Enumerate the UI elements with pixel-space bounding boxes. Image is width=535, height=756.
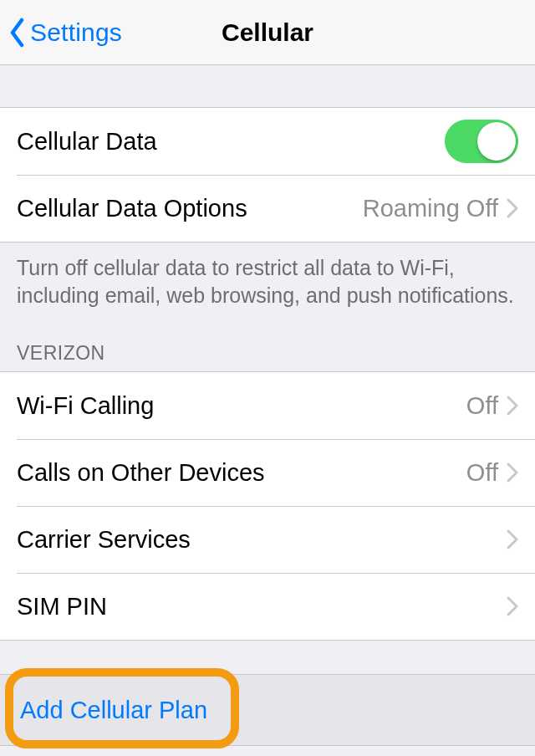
- row-wifi-calling[interactable]: Wi-Fi Calling Off: [0, 372, 535, 439]
- cellular-data-label: Cellular Data: [17, 128, 157, 156]
- chevron-right-icon: [507, 396, 518, 416]
- add-cellular-plan-label: Add Cellular Plan: [0, 697, 227, 724]
- row-cellular-data-options[interactable]: Cellular Data Options Roaming Off: [0, 175, 535, 242]
- spacer: [0, 65, 535, 107]
- toggle-knob: [477, 122, 516, 161]
- section-header-verizon: VERIZON: [0, 317, 535, 371]
- group-verizon: Wi-Fi Calling Off Calls on Other Devices…: [0, 371, 535, 641]
- chevron-right-icon: [507, 596, 518, 616]
- carrier-services-label: Carrier Services: [17, 526, 191, 554]
- chevron-right-icon: [507, 198, 518, 218]
- wifi-calling-value: Off: [466, 392, 498, 420]
- row-add-cellular-plan[interactable]: Add Cellular Plan: [0, 674, 535, 746]
- row-cellular-data[interactable]: Cellular Data: [0, 108, 535, 175]
- group-cellular: Cellular Data Cellular Data Options Roam…: [0, 107, 535, 243]
- chevron-right-icon: [507, 529, 518, 549]
- back-label: Settings: [30, 18, 122, 47]
- cellular-data-toggle[interactable]: [445, 120, 518, 163]
- chevron-right-icon: [507, 462, 518, 483]
- wifi-calling-label: Wi-Fi Calling: [17, 392, 154, 420]
- calls-other-devices-label: Calls on Other Devices: [17, 459, 265, 487]
- spacer: [0, 641, 535, 674]
- calls-other-devices-value: Off: [466, 459, 498, 487]
- sim-pin-label: SIM PIN: [17, 593, 107, 621]
- back-button[interactable]: Settings: [0, 18, 122, 48]
- row-carrier-services[interactable]: Carrier Services: [0, 506, 535, 573]
- chevron-left-icon: [8, 18, 27, 48]
- row-sim-pin[interactable]: SIM PIN: [0, 573, 535, 640]
- cellular-data-options-value: Roaming Off: [363, 195, 498, 222]
- nav-bar: Settings Cellular: [0, 0, 535, 65]
- row-calls-other-devices[interactable]: Calls on Other Devices Off: [0, 439, 535, 506]
- cellular-data-options-label: Cellular Data Options: [17, 195, 247, 222]
- group-footer-note: Turn off cellular data to restrict all d…: [0, 243, 535, 317]
